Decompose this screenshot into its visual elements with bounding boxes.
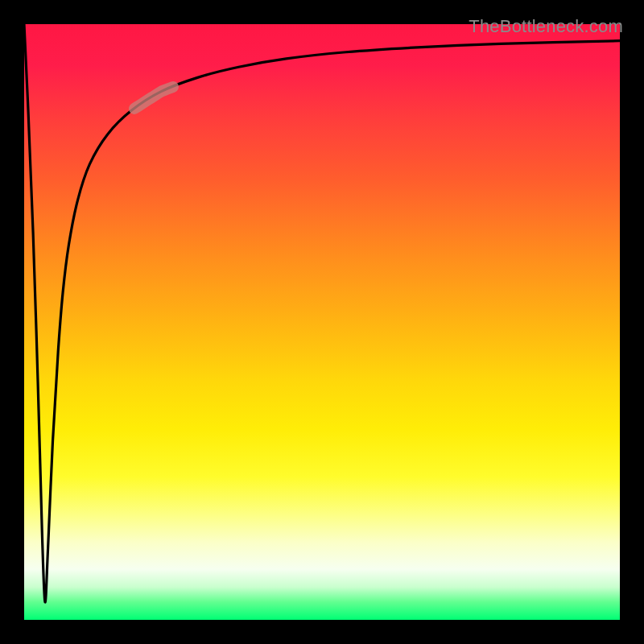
plot-area: [24, 24, 620, 620]
chart-frame: TheBottleneck.com: [16, 16, 628, 628]
gradient-background: [24, 24, 620, 620]
attribution-label: TheBottleneck.com: [469, 16, 623, 37]
